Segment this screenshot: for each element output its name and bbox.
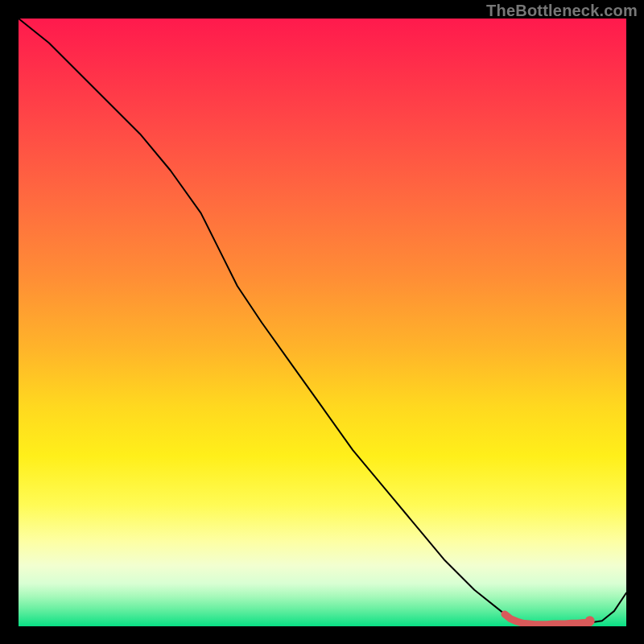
- chart-frame: TheBottleneck.com: [0, 0, 644, 644]
- plot-background: [19, 19, 626, 626]
- watermark-label: TheBottleneck.com: [486, 2, 638, 20]
